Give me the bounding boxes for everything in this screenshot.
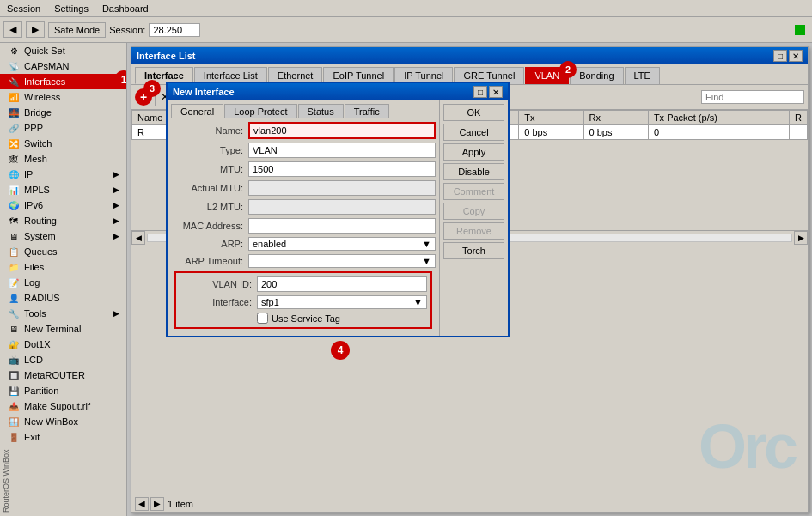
sidebar-item-quick-set[interactable]: ⚙ Quick Set bbox=[0, 43, 126, 58]
forward-button[interactable]: ▶ bbox=[26, 21, 45, 38]
window-controls: □ ✕ bbox=[773, 50, 803, 62]
session-input[interactable] bbox=[149, 23, 200, 37]
system-arrow: ▶ bbox=[113, 232, 119, 240]
sidebar-item-tools[interactable]: 🔧 Tools ▶ bbox=[0, 306, 126, 321]
tools-icon: 🔧 bbox=[7, 309, 21, 319]
sidebar-item-queues[interactable]: 📋 Queues bbox=[0, 244, 126, 259]
menu-settings[interactable]: Settings bbox=[47, 2, 95, 15]
apply-button[interactable]: Apply bbox=[443, 143, 504, 161]
arp-timeout-chevron: ▼ bbox=[422, 256, 431, 266]
arp-value: enabled bbox=[253, 239, 286, 249]
arp-timeout-label: ARP Timeout: bbox=[171, 256, 248, 266]
dialog-titlebar: New Interface □ ✕ bbox=[168, 83, 508, 100]
col-tx-packet: Tx Packet (p/s) bbox=[648, 111, 789, 125]
sidebar-item-switch[interactable]: 🔀 Switch bbox=[0, 136, 126, 151]
interface-select[interactable]: sfp1 ▼ bbox=[257, 295, 427, 309]
type-label: Type: bbox=[171, 145, 248, 155]
sidebar-item-log[interactable]: 📝 Log bbox=[0, 275, 126, 290]
sidebar-label-metarouter: MetaROUTER bbox=[24, 370, 85, 380]
sidebar-item-mesh[interactable]: 🕸 Mesh bbox=[0, 151, 126, 167]
menu-dashboard[interactable]: Dashboard bbox=[95, 2, 156, 15]
mpls-arrow: ▶ bbox=[113, 185, 119, 194]
sidebar-label-ppp: PPP bbox=[24, 123, 43, 133]
dialog-close-btn[interactable]: ✕ bbox=[489, 86, 503, 98]
use-service-tag-checkbox[interactable] bbox=[257, 313, 268, 324]
sidebar-item-mpls[interactable]: 📊 MPLS ▶ bbox=[0, 182, 126, 197]
sidebar-item-interfaces[interactable]: 🔌 Interfaces 1 bbox=[0, 74, 126, 89]
sidebar-item-capsman[interactable]: 📡 CAPsMAN bbox=[0, 58, 126, 74]
sidebar-item-new-terminal[interactable]: 🖥 New Terminal bbox=[0, 321, 126, 337]
menu-session[interactable]: Session bbox=[0, 2, 47, 15]
nav-left[interactable]: ◀ bbox=[135, 497, 149, 511]
name-input[interactable] bbox=[248, 122, 436, 139]
copy-button[interactable]: Copy bbox=[443, 203, 504, 220]
tab-vlan[interactable]: VLAN 2 bbox=[525, 67, 569, 84]
type-input bbox=[248, 143, 436, 158]
files-icon: 📁 bbox=[7, 263, 21, 272]
sidebar-item-make-supout[interactable]: 📤 Make Supout.rif bbox=[0, 398, 126, 414]
cancel-button[interactable]: Cancel bbox=[443, 124, 504, 141]
mac-input[interactable] bbox=[248, 218, 436, 234]
status-text: 1 item bbox=[168, 499, 193, 509]
dlg-tab-status[interactable]: Status bbox=[298, 104, 344, 118]
tab-bonding[interactable]: Bonding bbox=[570, 67, 623, 84]
scroll-right-arrow[interactable]: ▶ bbox=[794, 231, 808, 245]
dlg-tab-general[interactable]: General bbox=[171, 104, 223, 118]
sidebar-item-radius[interactable]: 👤 RADIUS bbox=[0, 290, 126, 306]
sidebar-item-wireless[interactable]: 📶 Wireless bbox=[0, 89, 126, 105]
dialog-title: New Interface bbox=[173, 87, 235, 97]
ok-button[interactable]: OK bbox=[443, 104, 504, 121]
sidebar-label-radius: RADIUS bbox=[24, 293, 60, 303]
sidebar-item-ip[interactable]: 🌐 IP ▶ bbox=[0, 167, 126, 182]
dlg-tab-traffic[interactable]: Traffic bbox=[345, 104, 389, 118]
system-icon: 🖥 bbox=[7, 232, 21, 241]
sidebar-item-system[interactable]: 🖥 System ▶ bbox=[0, 228, 126, 244]
sidebar-item-partition[interactable]: 💾 Partition bbox=[0, 383, 126, 398]
sidebar-item-files[interactable]: 📁 Files bbox=[0, 259, 126, 275]
back-button[interactable]: ◀ bbox=[3, 21, 22, 38]
sidebar-item-dot1x[interactable]: 🔐 Dot1X bbox=[0, 337, 126, 352]
mac-label: MAC Address: bbox=[171, 221, 248, 231]
scroll-left-arrow[interactable]: ◀ bbox=[131, 231, 145, 245]
sidebar-item-lcd[interactable]: 📺 LCD bbox=[0, 352, 126, 367]
sidebar-item-routing[interactable]: 🗺 Routing ▶ bbox=[0, 213, 126, 228]
sidebar-item-ppp[interactable]: 🔗 PPP bbox=[0, 120, 126, 136]
remove-button[interactable]: Remove bbox=[443, 222, 504, 240]
torch-button[interactable]: Torch bbox=[443, 242, 504, 259]
badge-4: 4 bbox=[331, 341, 350, 360]
sidebar-item-ipv6[interactable]: 🌍 IPv6 ▶ bbox=[0, 197, 126, 213]
nav-right[interactable]: ▶ bbox=[150, 497, 164, 511]
badge-3: 3 bbox=[143, 80, 161, 97]
sidebar-label-files: Files bbox=[24, 262, 44, 272]
dlg-tab-loop-protect[interactable]: Loop Protect bbox=[224, 104, 296, 118]
dialog-resize-btn[interactable]: □ bbox=[473, 86, 487, 98]
vlan-id-input[interactable] bbox=[257, 276, 427, 292]
actual-mtu-label: Actual MTU: bbox=[171, 183, 248, 193]
dialog-sidebar: OK Cancel Apply Disable Comment Copy Rem… bbox=[439, 100, 508, 336]
safe-mode-button[interactable]: Safe Mode bbox=[48, 22, 106, 38]
window-close-button[interactable]: ✕ bbox=[789, 50, 803, 62]
cell-tx-packet: 0 bbox=[648, 125, 789, 140]
disable-button[interactable]: Disable bbox=[443, 163, 504, 180]
arp-select[interactable]: enabled ▼ bbox=[248, 237, 436, 251]
bridge-icon: 🌉 bbox=[7, 108, 21, 118]
add-button-circle[interactable]: + 3 bbox=[135, 88, 152, 106]
sidebar-label-log: Log bbox=[24, 277, 40, 288]
sidebar: ⚙ Quick Set 📡 CAPsMAN 🔌 Interfaces 1 📶 W… bbox=[0, 43, 127, 516]
arp-timeout-select[interactable]: ▼ bbox=[248, 254, 436, 268]
sidebar-label-system: System bbox=[24, 231, 56, 241]
find-input[interactable] bbox=[701, 90, 804, 104]
interface-chevron: ▼ bbox=[413, 297, 423, 307]
sidebar-item-new-winbox[interactable]: 🪟 New WinBox bbox=[0, 414, 126, 429]
sidebar-label-switch: Switch bbox=[24, 138, 52, 149]
sidebar-item-bridge[interactable]: 🌉 Bridge bbox=[0, 105, 126, 120]
comment-button[interactable]: Comment bbox=[443, 183, 504, 200]
form-actual-mtu-row: Actual MTU: bbox=[171, 180, 436, 196]
tab-lte[interactable]: LTE bbox=[625, 67, 660, 84]
mtu-input[interactable] bbox=[248, 161, 436, 177]
sidebar-label-mesh: Mesh bbox=[24, 154, 47, 164]
window-titlebar: Interface List □ ✕ bbox=[131, 47, 808, 64]
sidebar-item-exit[interactable]: 🚪 Exit bbox=[0, 429, 126, 445]
sidebar-item-metarouter[interactable]: 🔲 MetaROUTER bbox=[0, 367, 126, 383]
window-resize-button[interactable]: □ bbox=[773, 50, 787, 62]
